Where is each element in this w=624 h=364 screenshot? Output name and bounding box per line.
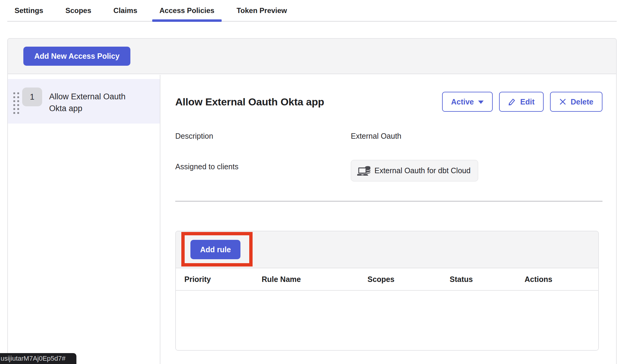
delete-button[interactable]: Delete	[550, 92, 602, 112]
tab-token-preview[interactable]: Token Preview	[229, 0, 294, 21]
chevron-down-icon	[478, 101, 484, 104]
rules-section: Add rule Priority Rule Name Scopes Statu…	[175, 231, 599, 351]
tab-claims[interactable]: Claims	[106, 0, 145, 21]
add-new-access-policy-button[interactable]: Add New Access Policy	[23, 47, 130, 66]
description-value: External Oauth	[351, 129, 401, 141]
rules-table-header: Priority Rule Name Scopes Status Actions	[176, 268, 598, 291]
rules-table-body-empty	[176, 291, 598, 350]
pencil-icon	[508, 98, 516, 106]
panel-body: 1 Allow External Oauth Okta app Allow Ex…	[8, 75, 616, 364]
assigned-to-clients-label: Assigned to clients	[175, 160, 351, 171]
column-status: Status	[450, 275, 525, 284]
drag-handle-icon[interactable]	[13, 92, 19, 114]
policy-list: 1 Allow External Oauth Okta app	[8, 75, 160, 364]
policy-actions: Active Edit	[442, 92, 602, 112]
add-rule-button[interactable]: Add rule	[190, 240, 240, 259]
edit-button[interactable]: Edit	[499, 92, 544, 112]
status-dropdown-button[interactable]: Active	[442, 92, 493, 112]
assigned-client-name: External Oauth for dbt Cloud	[374, 166, 471, 175]
tab-access-policies[interactable]: Access Policies	[152, 0, 222, 21]
rules-header: Add rule	[176, 231, 598, 268]
edit-button-label: Edit	[520, 98, 535, 106]
policy-list-item[interactable]: 1 Allow External Oauth Okta app	[8, 79, 160, 124]
delete-button-label: Delete	[571, 98, 593, 106]
tab-bar: Settings Scopes Claims Access Policies T…	[7, 0, 617, 22]
section-divider	[175, 201, 602, 202]
status-bar-url-text: usijiutarM7Aj0Ep5d7#	[1, 355, 65, 362]
column-rule-name: Rule Name	[262, 275, 367, 284]
status-dropdown-label: Active	[451, 98, 474, 106]
app-screen: Settings Scopes Claims Access Policies T…	[0, 0, 624, 364]
description-label: Description	[175, 129, 351, 141]
tab-settings[interactable]: Settings	[7, 0, 51, 21]
link-preview-status-bar: usijiutarM7Aj0Ep5d7#	[0, 353, 76, 364]
policy-title: Allow External Oauth Okta app	[175, 96, 324, 108]
x-icon	[559, 98, 566, 105]
policy-meta: Description External Oauth Assigned to c…	[175, 129, 602, 181]
panel-header: Add New Access Policy	[8, 39, 616, 74]
assigned-client-chip[interactable]: External Oauth for dbt Cloud	[351, 160, 478, 181]
column-priority: Priority	[184, 275, 262, 284]
access-policies-panel: Add New Access Policy 1 Allow External O…	[7, 38, 617, 364]
policy-order-badge: 1	[22, 88, 42, 106]
policy-detail: Allow External Oauth Okta app Active Edi…	[160, 75, 617, 364]
tab-scopes[interactable]: Scopes	[58, 0, 99, 21]
column-scopes: Scopes	[367, 275, 450, 284]
policy-item-name: Allow External Oauth Okta app	[49, 91, 133, 114]
column-actions: Actions	[525, 275, 598, 284]
client-computer-icon	[357, 165, 371, 177]
